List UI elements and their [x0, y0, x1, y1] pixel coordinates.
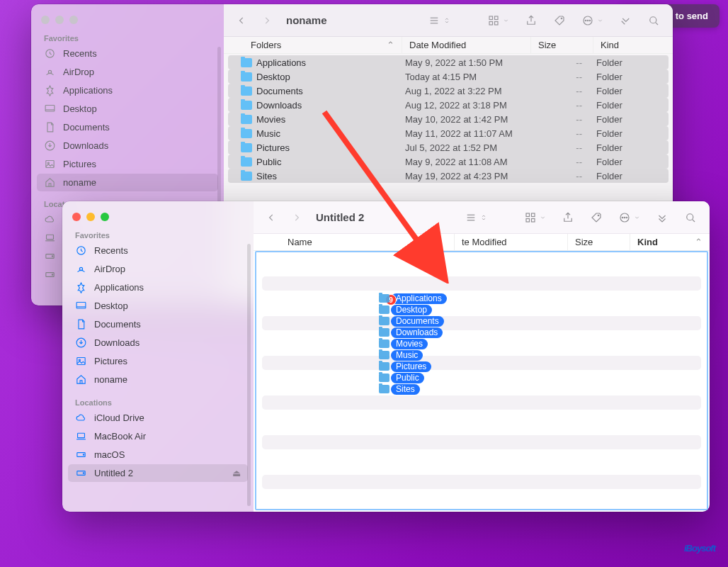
sidebar-item-airdrop[interactable]: AirDrop	[68, 260, 248, 278]
folder-icon	[241, 172, 252, 181]
sidebar-item-pictures[interactable]: Pictures	[37, 155, 218, 173]
file-name: Desktop	[256, 72, 398, 82]
more-button[interactable]	[615, 11, 636, 30]
sidebar-item-pictures[interactable]: Pictures	[68, 352, 248, 370]
column-headers: Name te Modified Size Kind⌃	[254, 234, 710, 251]
tags-button[interactable]	[586, 208, 607, 228]
sidebar-scrollbar[interactable]	[217, 47, 221, 217]
cloud-icon	[75, 412, 87, 424]
more-button[interactable]	[652, 208, 673, 228]
file-size: --	[527, 171, 589, 181]
svg-rect-15	[489, 16, 493, 20]
sidebar-item-documents[interactable]: Documents	[68, 315, 248, 333]
sidebar-item-applications[interactable]: Applications	[37, 82, 218, 99]
nav-back-button[interactable]	[262, 208, 280, 228]
file-kind: Folder	[589, 128, 669, 139]
file-row[interactable]: DocumentsAug 1, 2022 at 3:22 PM--Folder	[228, 84, 669, 98]
search-button[interactable]	[680, 208, 701, 228]
col-size[interactable]: Size	[531, 37, 593, 53]
zoom-dot[interactable]	[101, 213, 109, 221]
picture-icon	[44, 158, 56, 170]
sidebar-item-label: Applications	[63, 85, 113, 96]
sidebar-item-recents[interactable]: Recents	[37, 45, 218, 62]
folder-icon	[241, 101, 252, 110]
col-size[interactable]: Size	[568, 234, 630, 250]
minimize-dot[interactable]	[55, 16, 64, 24]
file-size: --	[527, 72, 589, 82]
action-button[interactable]	[614, 208, 644, 228]
svg-point-22	[585, 20, 586, 21]
sidebar-item-icloud-drive[interactable]: iCloud Drive	[68, 409, 248, 427]
sidebar-item-label: AirDrop	[63, 67, 94, 77]
sidebar-item-macos[interactable]: macOS	[68, 446, 248, 464]
sidebar-item-documents[interactable]: Documents	[37, 118, 218, 136]
sidebar-item-applications[interactable]: Applications	[68, 279, 248, 296]
sort-indicator-icon: ⌃	[387, 40, 394, 50]
column-headers: Folders⌃ Date Modified Size Kind	[224, 37, 673, 54]
eject-icon[interactable]: ⏏	[232, 468, 241, 478]
col-name[interactable]: Folders⌃	[224, 37, 402, 53]
sidebar-item-downloads[interactable]: Downloads	[37, 137, 218, 155]
group-button[interactable]	[483, 11, 513, 30]
view-list-button[interactable]	[423, 11, 455, 30]
traffic-lights[interactable]	[31, 11, 224, 31]
file-date: May 9, 2022 at 11:08 AM	[398, 157, 527, 167]
svg-point-21	[587, 20, 588, 21]
sidebar-item-noname[interactable]: noname	[68, 371, 248, 388]
action-button[interactable]	[577, 11, 608, 30]
file-date: May 19, 2022 at 4:23 PM	[398, 171, 527, 181]
sidebar-item-downloads[interactable]: Downloads	[68, 334, 248, 352]
file-row[interactable]: DownloadsAug 12, 2022 at 3:18 PM--Folder	[228, 98, 669, 112]
close-dot[interactable]	[41, 16, 50, 24]
svg-rect-31	[77, 358, 85, 365]
view-list-button[interactable]	[460, 208, 491, 228]
col-date[interactable]: te Modified	[455, 234, 568, 250]
col-name[interactable]: Name	[254, 234, 455, 250]
empty-file-list[interactable]	[254, 251, 710, 512]
nav-forward-button[interactable]	[288, 208, 306, 228]
share-button[interactable]	[521, 11, 542, 30]
disk-icon	[75, 449, 87, 461]
search-button[interactable]	[643, 11, 664, 30]
traffic-lights[interactable]	[62, 208, 254, 228]
sidebar-item-untitled-2[interactable]: Untitled 2⏏	[68, 464, 248, 482]
file-name: Applications	[256, 57, 398, 68]
group-button[interactable]	[520, 208, 550, 228]
sidebar-scrollbar[interactable]	[247, 244, 251, 506]
minimize-dot[interactable]	[86, 213, 95, 221]
col-kind[interactable]: Kind	[593, 37, 673, 53]
file-kind: Folder	[589, 157, 669, 167]
sidebar-item-label: Pictures	[94, 356, 127, 366]
sidebar-item-desktop[interactable]: Desktop	[37, 100, 218, 118]
svg-point-37	[83, 473, 84, 473]
file-row[interactable]: PicturesJul 5, 2022 at 1:52 PM--Folder	[228, 140, 669, 155]
col-kind[interactable]: Kind⌃	[630, 234, 710, 250]
file-row[interactable]: SitesMay 19, 2022 at 4:23 PM--Folder	[228, 169, 669, 183]
svg-rect-43	[526, 218, 530, 222]
tags-button[interactable]	[549, 11, 570, 30]
file-row[interactable]: PublicMay 9, 2022 at 11:08 AM--Folder	[228, 155, 669, 169]
file-row[interactable]: ApplicationsMay 9, 2022 at 1:50 PM--Fold…	[228, 55, 669, 69]
col-date[interactable]: Date Modified	[402, 37, 531, 53]
folder-icon	[241, 129, 252, 138]
sidebar-item-recents[interactable]: Recents	[68, 242, 248, 259]
zoom-dot[interactable]	[69, 16, 78, 24]
close-dot[interactable]	[72, 213, 81, 221]
desktop-icon	[44, 103, 56, 115]
sidebar-item-desktop[interactable]: Desktop	[68, 297, 248, 315]
sidebar-item-airdrop[interactable]: AirDrop	[37, 63, 218, 81]
file-row[interactable]: MusicMay 11, 2022 at 11:07 AM--Folder	[228, 126, 669, 140]
file-row[interactable]: MoviesMay 10, 2022 at 1:42 PM--Folder	[228, 112, 669, 126]
svg-point-48	[622, 217, 623, 218]
nav-forward-button[interactable]	[258, 11, 276, 30]
sidebar-item-macbook-air[interactable]: MacBook Air	[68, 427, 248, 445]
nav-back-button[interactable]	[232, 11, 251, 30]
share-button[interactable]	[557, 208, 579, 228]
svg-point-9	[52, 256, 52, 257]
file-date: Today at 4:15 PM	[398, 72, 527, 82]
sidebar-item-noname[interactable]: noname	[37, 174, 218, 191]
file-row[interactable]: DesktopToday at 4:15 PM--Folder	[228, 69, 669, 84]
sidebar-item-label: Downloads	[63, 140, 108, 151]
window-title: noname	[286, 14, 327, 26]
sidebar-item-label: Documents	[94, 319, 141, 330]
